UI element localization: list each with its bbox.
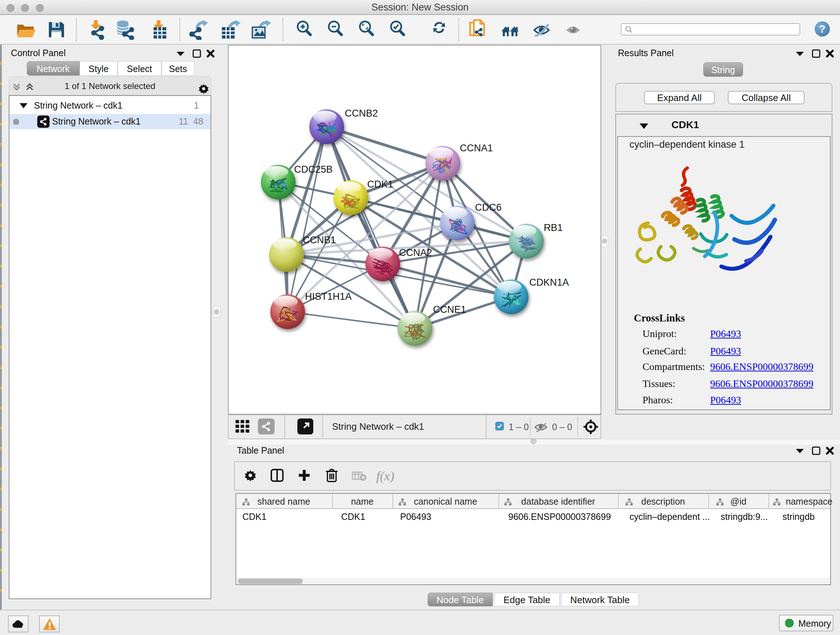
svg-text:CCNE1: CCNE1 [433, 304, 466, 315]
svg-text:CCNB1: CCNB1 [303, 234, 336, 245]
svg-text:CCNA2: CCNA2 [399, 247, 432, 258]
svg-text:CDC25B: CDC25B [294, 164, 333, 175]
svg-text:RB1: RB1 [544, 222, 563, 233]
svg-text:CDC6: CDC6 [475, 202, 502, 213]
svg-text:CDKN1A: CDKN1A [529, 277, 569, 288]
svg-text:CDK1: CDK1 [367, 179, 393, 190]
svg-text:CCNA1: CCNA1 [460, 143, 493, 154]
svg-text:HIST1H1A: HIST1H1A [305, 291, 352, 302]
svg-text:CCNB2: CCNB2 [345, 108, 378, 119]
